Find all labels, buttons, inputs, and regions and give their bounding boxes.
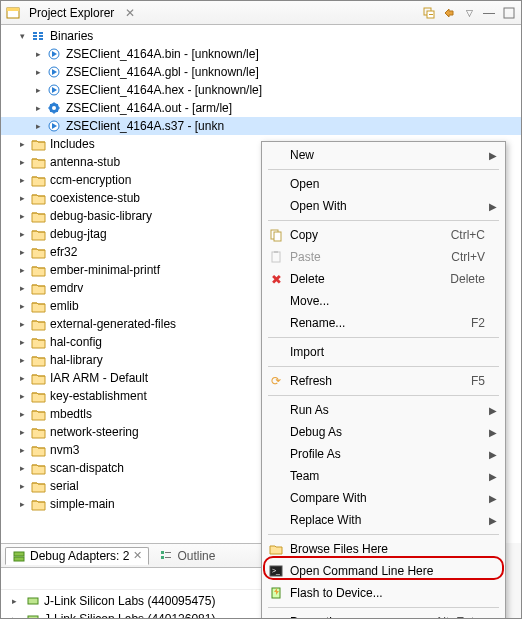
twisty-collapsed-icon[interactable]: ▸	[17, 211, 28, 222]
twisty-collapsed-icon[interactable]: ▸	[33, 121, 44, 132]
twisty-collapsed-icon[interactable]: ▸	[17, 139, 28, 150]
twisty-collapsed-icon[interactable]: ▸	[17, 229, 28, 240]
ctx-browse[interactable]: Browse Files Here	[264, 538, 503, 560]
twisty-collapsed-icon[interactable]: ▸	[9, 614, 20, 620]
twisty-collapsed-icon[interactable]: ▸	[17, 427, 28, 438]
twisty-collapsed-icon[interactable]: ▸	[17, 391, 28, 402]
view-menu-icon[interactable]: ▽	[461, 5, 477, 21]
tree-node-binary-selected[interactable]: ▸ ZSEClient_4164A.s37 - [unkn	[1, 117, 521, 135]
ctx-copy[interactable]: CopyCtrl+C	[264, 224, 503, 246]
ctx-cmdline[interactable]: >_Open Command Line Here	[264, 560, 503, 582]
folder-icon	[30, 334, 46, 350]
submenu-arrow-icon: ▶	[485, 449, 497, 460]
svg-rect-1	[7, 8, 19, 11]
svg-point-10	[52, 106, 56, 110]
twisty-collapsed-icon[interactable]: ▸	[17, 193, 28, 204]
separator	[268, 366, 499, 367]
twisty-expanded-icon[interactable]: ▾	[17, 31, 28, 42]
submenu-arrow-icon: ▶	[485, 493, 497, 504]
folder-icon	[30, 136, 46, 152]
binary-exec-icon	[46, 100, 62, 116]
folder-icon	[30, 154, 46, 170]
tree-label: emdrv	[50, 281, 83, 295]
ctx-profile-as[interactable]: Profile As▶	[264, 443, 503, 465]
separator	[268, 534, 499, 535]
twisty-collapsed-icon[interactable]: ▸	[33, 103, 44, 114]
folder-icon	[30, 424, 46, 440]
folder-icon	[30, 190, 46, 206]
twisty-collapsed-icon[interactable]: ▸	[17, 463, 28, 474]
outline-icon	[159, 549, 173, 563]
ctx-properties[interactable]: PropertiesAlt+Enter	[264, 611, 503, 619]
ctx-import[interactable]: Import	[264, 341, 503, 363]
separator	[268, 607, 499, 608]
ctx-open-with[interactable]: Open With▶	[264, 195, 503, 217]
twisty-collapsed-icon[interactable]: ▸	[17, 301, 28, 312]
ctx-run-as[interactable]: Run As▶	[264, 399, 503, 421]
ctx-delete[interactable]: ✖DeleteDelete	[264, 268, 503, 290]
twisty-collapsed-icon[interactable]: ▸	[17, 355, 28, 366]
ctx-team[interactable]: Team▶	[264, 465, 503, 487]
submenu-arrow-icon: ▶	[485, 405, 497, 416]
tree-node-binary[interactable]: ▸ ZSEClient_4164A.bin - [unknown/le]	[1, 45, 521, 63]
ctx-refresh[interactable]: ⟳RefreshF5	[264, 370, 503, 392]
tree-node-binary[interactable]: ▸ ZSEClient_4164A.out - [arm/le]	[1, 99, 521, 117]
svg-rect-12	[14, 552, 24, 556]
svg-rect-5	[504, 8, 514, 18]
twisty-collapsed-icon[interactable]: ▸	[33, 49, 44, 60]
tree-label: coexistence-stub	[50, 191, 140, 205]
tab-label: Debug Adapters: 2	[30, 549, 129, 563]
close-tab-icon[interactable]: ✕	[133, 549, 142, 562]
twisty-collapsed-icon[interactable]: ▸	[17, 265, 28, 276]
binary-file-icon	[46, 82, 62, 98]
ctx-open[interactable]: Open	[264, 173, 503, 195]
twisty-collapsed-icon[interactable]: ▸	[17, 283, 28, 294]
tree-node-binaries[interactable]: ▾ Binaries	[1, 27, 521, 45]
separator	[268, 337, 499, 338]
link-editor-icon[interactable]	[441, 5, 457, 21]
maximize-icon[interactable]	[501, 5, 517, 21]
twisty-collapsed-icon[interactable]: ▸	[17, 409, 28, 420]
ctx-flash[interactable]: Flash to Device...	[264, 582, 503, 604]
twisty-collapsed-icon[interactable]: ▸	[17, 445, 28, 456]
submenu-arrow-icon: ▶	[485, 471, 497, 482]
twisty-collapsed-icon[interactable]: ▸	[17, 373, 28, 384]
tree-label: network-steering	[50, 425, 139, 439]
ctx-compare[interactable]: Compare With▶	[264, 487, 503, 509]
project-explorer-icon	[5, 5, 21, 21]
submenu-arrow-icon: ▶	[485, 427, 497, 438]
tab-outline[interactable]: Outline	[153, 548, 221, 564]
tree-label: Binaries	[50, 29, 93, 43]
ctx-new[interactable]: New▶	[264, 144, 503, 166]
folder-icon	[30, 280, 46, 296]
twisty-collapsed-icon[interactable]: ▸	[17, 157, 28, 168]
ctx-debug-as[interactable]: Debug As▶	[264, 421, 503, 443]
twisty-collapsed-icon[interactable]: ▸	[9, 596, 20, 607]
separator	[268, 169, 499, 170]
tree-node-binary[interactable]: ▸ ZSEClient_4164A.gbl - [unknown/le]	[1, 63, 521, 81]
adapter-label: J-Link Silicon Labs (440126081)	[44, 612, 215, 619]
twisty-collapsed-icon[interactable]: ▸	[33, 85, 44, 96]
close-view-icon[interactable]: ✕	[122, 5, 138, 21]
twisty-collapsed-icon[interactable]: ▸	[17, 481, 28, 492]
debug-adapters-icon	[12, 549, 26, 563]
twisty-collapsed-icon[interactable]: ▸	[17, 175, 28, 186]
twisty-collapsed-icon[interactable]: ▸	[17, 337, 28, 348]
collapse-all-icon[interactable]	[421, 5, 437, 21]
twisty-collapsed-icon[interactable]: ▸	[17, 499, 28, 510]
tab-debug-adapters[interactable]: Debug Adapters: 2 ✕	[5, 547, 149, 565]
twisty-collapsed-icon[interactable]: ▸	[33, 67, 44, 78]
ctx-replace[interactable]: Replace With▶	[264, 509, 503, 531]
folder-icon	[30, 262, 46, 278]
tree-node-binary[interactable]: ▸ ZSEClient_4164A.hex - [unknown/le]	[1, 81, 521, 99]
folder-icon	[30, 460, 46, 476]
minimize-icon[interactable]: —	[481, 5, 497, 21]
ctx-rename[interactable]: Rename...F2	[264, 312, 503, 334]
ctx-move[interactable]: Move...	[264, 290, 503, 312]
folder-icon	[30, 442, 46, 458]
folder-icon	[30, 496, 46, 512]
twisty-collapsed-icon[interactable]: ▸	[17, 247, 28, 258]
twisty-collapsed-icon[interactable]: ▸	[17, 319, 28, 330]
svg-rect-23	[274, 232, 281, 241]
tree-label: ccm-encryption	[50, 173, 131, 187]
